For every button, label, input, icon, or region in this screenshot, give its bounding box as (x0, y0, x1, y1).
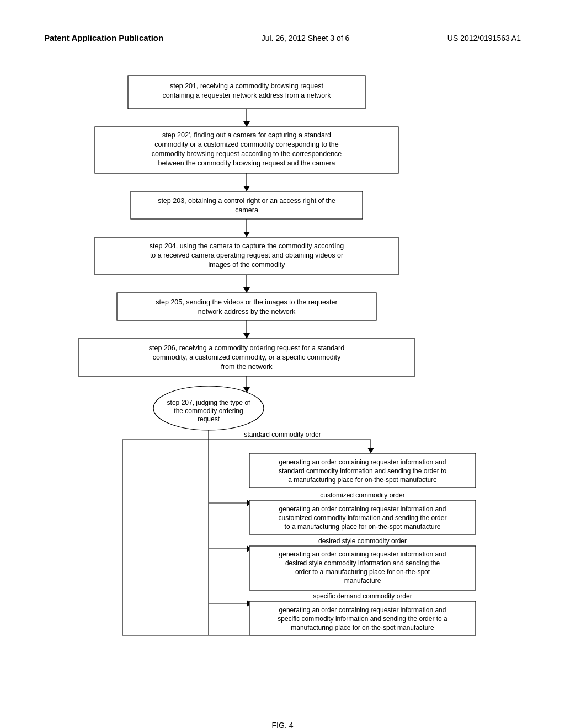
svg-text:manufacture: manufacture (344, 577, 381, 585)
svg-marker-16 (243, 232, 250, 237)
svg-rect-23 (117, 293, 376, 320)
svg-text:step 201, receiving a commodit: step 201, receiving a commodity browsing… (170, 82, 323, 90)
svg-text:to a received camera operating: to a received camera operating request a… (150, 251, 343, 259)
svg-text:desired style commodity order: desired style commodity order (318, 537, 407, 545)
svg-marker-42 (367, 448, 374, 453)
svg-text:containing a requester network: containing a requester network address f… (162, 92, 331, 99)
svg-text:standard commodity information: standard commodity information and sendi… (279, 467, 446, 475)
date-sheet-label: Jul. 26, 2012 Sheet 3 of 6 (262, 34, 350, 42)
svg-text:commodity or a customized comm: commodity or a customized commodity corr… (154, 141, 339, 148)
svg-rect-12 (131, 191, 363, 219)
figure-label: FIG. 4 (44, 721, 521, 728)
publication-label: Patent Application Publication (44, 33, 163, 42)
svg-text:desired style commodity inform: desired style commodity information and … (285, 559, 440, 567)
svg-text:customized commodity informati: customized commodity information and sen… (279, 514, 447, 522)
svg-text:generating an order containing: generating an order containing requester… (279, 505, 446, 513)
svg-text:images of the commodity: images of the commodity (209, 261, 286, 269)
svg-text:step 207, judging the type of: step 207, judging the type of (167, 399, 250, 406)
svg-text:standard commodity order: standard commodity order (244, 431, 321, 438)
svg-text:step 204, using the camera to : step 204, using the camera to capture th… (150, 242, 344, 250)
svg-text:to a manufacturing place for o: to a manufacturing place for on-the-spot… (285, 523, 441, 531)
svg-text:step 205, sending the videos o: step 205, sending the videos or the imag… (156, 298, 337, 306)
header: Patent Application Publication Jul. 26, … (44, 33, 521, 42)
patent-number-label: US 2012/0191563 A1 (447, 34, 521, 42)
svg-text:step 203, obtaining a control : step 203, obtaining a control right or a… (158, 197, 335, 205)
svg-marker-22 (243, 287, 250, 293)
svg-text:the commodity ordering: the commodity ordering (174, 407, 243, 415)
svg-marker-4 (243, 121, 250, 127)
svg-text:specific demand commodity orde: specific demand commodity order (313, 592, 412, 600)
svg-text:request: request (198, 415, 220, 423)
svg-text:generating an order containing: generating an order containing requester… (279, 550, 446, 558)
svg-text:from the network: from the network (221, 363, 273, 371)
diagram-svg: step 201, receiving a commodity browsing… (45, 70, 520, 704)
svg-text:step 206, receiving a commodit: step 206, receiving a commodity ordering… (149, 344, 344, 352)
svg-text:commodity browsing request acc: commodity browsing request according to … (152, 150, 342, 158)
svg-marker-27 (243, 333, 250, 339)
flowchart: step 201, receiving a commodity browsing… (44, 70, 521, 704)
svg-text:a manufacturing place for on-t: a manufacturing place for on-the-spot ma… (288, 476, 437, 484)
svg-text:manufacturing place for on-the: manufacturing place for on-the-spot manu… (291, 624, 434, 631)
svg-text:order to a manufacturing place: order to a manufacturing place for on-th… (295, 568, 430, 576)
svg-text:customized commodity order: customized commodity order (320, 491, 404, 499)
svg-text:generating an order containing: generating an order containing requester… (279, 606, 446, 614)
svg-text:specific commodity information: specific commodity information and sendi… (278, 615, 447, 623)
svg-text:generating an order containing: generating an order containing requester… (279, 458, 446, 466)
svg-text:network address by the network: network address by the network (198, 308, 296, 315)
svg-text:camera: camera (235, 206, 258, 214)
svg-text:between the commodity browsing: between the commodity browsing request a… (158, 159, 335, 167)
svg-text:commodity, a customized commod: commodity, a customized commodity, or a … (153, 354, 341, 361)
page: Patent Application Publication Jul. 26, … (0, 0, 565, 728)
svg-text:step 202', finding out a camer: step 202', finding out a camera for capt… (162, 131, 331, 139)
svg-marker-11 (243, 186, 250, 191)
